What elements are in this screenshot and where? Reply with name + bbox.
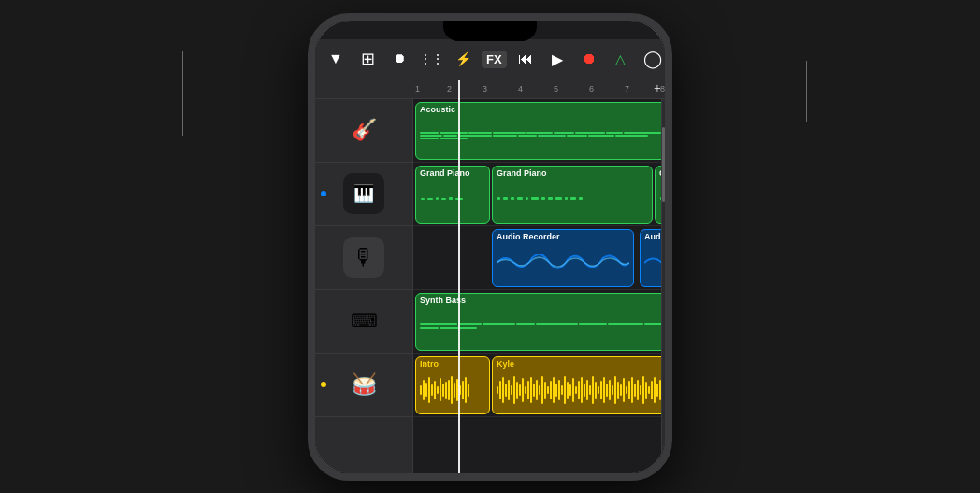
clip-acoustic-waveform bbox=[420, 114, 661, 157]
clip-intro-waveform bbox=[420, 369, 485, 412]
clip-piano-1-waveform bbox=[420, 178, 485, 221]
piano-3-midi-dots bbox=[659, 196, 661, 201]
clip-synth-bass[interactable]: Synth Bass bbox=[415, 293, 661, 351]
clip-intro-label: Intro bbox=[420, 359, 485, 369]
clip-grand-piano-2-label: Grand Piano bbox=[497, 168, 648, 178]
track-row-synth: Synth Bass bbox=[413, 290, 661, 354]
phone-screen: ▼ ⊞ ⏺ ⋮⋮ ⚡ FX ⏮ ▶ ⏺ △ ◯ ⚙ 1 2 3 4 bbox=[315, 21, 665, 473]
clip-grand-piano-1-label: Grand Piano bbox=[420, 168, 485, 178]
annotation-line-left bbox=[182, 51, 183, 136]
metronome-button[interactable]: △ bbox=[608, 46, 634, 72]
ruler: 1 2 3 4 5 6 7 8 + bbox=[315, 80, 665, 99]
track-header-guitar[interactable]: 🎸 bbox=[315, 99, 412, 163]
track-type-button[interactable]: ⊞ bbox=[354, 46, 381, 72]
mic-button[interactable]: ⏺ bbox=[386, 46, 412, 72]
piano-2-midi-dots bbox=[497, 196, 648, 201]
ruler-mark-1: 1 bbox=[415, 84, 420, 94]
phone-frame: ▼ ⊞ ⏺ ⋮⋮ ⚡ FX ⏮ ▶ ⏺ △ ◯ ⚙ 1 2 3 4 bbox=[308, 13, 672, 481]
track-row-guitar: Acoustic bbox=[413, 99, 661, 163]
clip-kyle-waveform bbox=[497, 369, 661, 412]
record-button[interactable]: ⏺ bbox=[576, 46, 602, 72]
track-header-synth[interactable]: ⌨ bbox=[315, 290, 412, 354]
piano-track-dot bbox=[321, 191, 326, 196]
add-section-button[interactable]: + bbox=[654, 81, 661, 96]
rewind-button[interactable]: ⏮ bbox=[512, 46, 539, 72]
track-header-piano[interactable]: 🎹 bbox=[315, 163, 412, 226]
clip-synth-bass-label: Synth Bass bbox=[420, 296, 661, 305]
mix-button[interactable]: ⚡ bbox=[450, 46, 476, 72]
drums-track-dot bbox=[321, 382, 326, 387]
guitar-icon: 🎸 bbox=[343, 109, 384, 151]
clip-acoustic[interactable]: Acoustic bbox=[415, 102, 661, 160]
play-button[interactable]: ▶ bbox=[544, 46, 570, 72]
track-header-audio[interactable]: 🎙 bbox=[315, 226, 412, 290]
clip-audio-1-waveform bbox=[497, 241, 629, 284]
clip-kyle-label: Kyle bbox=[497, 359, 661, 369]
piano-icon: 🎹 bbox=[343, 173, 384, 214]
waveform-svg-2 bbox=[644, 249, 661, 277]
toolbar-left: ▼ ⊞ ⏺ ⋮⋮ ⚡ FX ⏮ ▶ ⏺ △ bbox=[323, 46, 634, 72]
drums-icon: 🥁 bbox=[343, 364, 384, 405]
volume-up-button[interactable] bbox=[308, 95, 310, 122]
ruler-marks: 1 2 3 4 5 6 7 8 + bbox=[413, 80, 665, 98]
silent-switch[interactable] bbox=[308, 69, 310, 86]
track-header-drums[interactable]: 🥁 bbox=[315, 354, 412, 417]
clip-audio-2-waveform bbox=[644, 241, 661, 284]
grid-button[interactable]: ⋮⋮ bbox=[418, 46, 444, 72]
clip-grand-piano-3[interactable]: Grand Piano bbox=[655, 166, 661, 224]
ruler-mark-6: 6 bbox=[589, 84, 594, 94]
clip-audio-recorder-1[interactable]: Audio Recorder bbox=[492, 229, 634, 287]
ruler-mark-5: 5 bbox=[554, 84, 558, 94]
annotation-line-right bbox=[806, 61, 807, 122]
fx-button[interactable]: FX bbox=[482, 51, 507, 68]
tracks-content: Acoustic bbox=[413, 99, 661, 473]
clip-audio-recorder-2[interactable]: Audio Recorder bbox=[640, 229, 661, 287]
piano-1-midi-dots bbox=[420, 196, 485, 201]
clip-piano-2-waveform bbox=[497, 178, 648, 221]
power-button[interactable] bbox=[670, 114, 672, 163]
scrollbar-thumb[interactable] bbox=[662, 127, 665, 202]
clip-intro[interactable]: Intro bbox=[415, 356, 490, 414]
clip-grand-piano-3-label: Grand Piano bbox=[659, 168, 661, 178]
microphone-icon: 🎙 bbox=[343, 237, 384, 278]
synth-midi-bars bbox=[420, 305, 661, 348]
intro-gold-wave bbox=[420, 376, 469, 404]
notch bbox=[443, 21, 537, 41]
volume-down-button[interactable] bbox=[308, 129, 310, 155]
headphones-button[interactable]: ◯ bbox=[640, 46, 665, 72]
dropdown-button[interactable]: ▼ bbox=[323, 46, 349, 72]
ruler-mark-7: 7 bbox=[625, 84, 629, 94]
scrollbar[interactable] bbox=[661, 99, 665, 473]
track-row-audio: Audio Recorder Audio Recorder bbox=[413, 226, 661, 290]
track-row-drums: Intro bbox=[413, 354, 661, 417]
ruler-mark-4: 4 bbox=[518, 84, 523, 94]
clip-kyle[interactable]: Kyle bbox=[492, 356, 661, 414]
clip-audio-2-label: Audio Recorder bbox=[644, 232, 661, 241]
clip-synth-waveform bbox=[420, 305, 661, 348]
clip-audio-1-label: Audio Recorder bbox=[497, 232, 629, 241]
waveform-svg-1 bbox=[497, 249, 629, 277]
track-headers: 🎸 🎹 🎙 ⌨ 🥁 bbox=[315, 99, 413, 473]
ruler-mark-3: 3 bbox=[483, 84, 487, 94]
keyboard-icon: ⌨ bbox=[343, 300, 384, 341]
kyle-gold-wave bbox=[497, 371, 661, 409]
clip-grand-piano-1[interactable]: Grand Piano bbox=[415, 166, 490, 224]
ruler-mark-2: 2 bbox=[447, 84, 452, 94]
toolbar: ▼ ⊞ ⏺ ⋮⋮ ⚡ FX ⏮ ▶ ⏺ △ ◯ ⚙ bbox=[315, 39, 665, 80]
clip-piano-3-waveform bbox=[659, 178, 661, 221]
tracks-container: 🎸 🎹 🎙 ⌨ 🥁 bbox=[315, 99, 665, 473]
acoustic-midi-bars bbox=[420, 114, 661, 157]
toolbar-right: ◯ ⚙ bbox=[640, 46, 665, 72]
clip-grand-piano-2[interactable]: Grand Piano bbox=[492, 166, 653, 224]
clip-acoustic-label: Acoustic bbox=[420, 105, 661, 114]
track-row-piano: Grand Piano bbox=[413, 163, 661, 226]
